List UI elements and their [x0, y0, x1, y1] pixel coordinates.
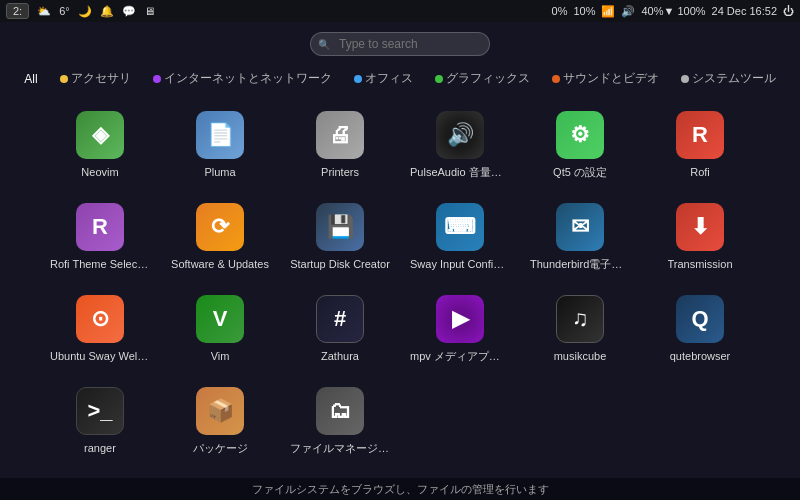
- app-item-transmission[interactable]: ⬇Transmission: [640, 195, 760, 283]
- app-item-musikcube[interactable]: ♫musikcube: [520, 287, 640, 375]
- startup-disk-icon: 💾: [316, 203, 364, 251]
- volume-icon: 🔊: [621, 5, 635, 18]
- app-item-thunderbird[interactable]: ✉Thunderbird電子メールク…: [520, 195, 640, 283]
- ranger-icon: >_: [76, 387, 124, 435]
- software-label: Software & Updates: [171, 257, 269, 271]
- power-icon: ⏻: [783, 5, 794, 17]
- zathura-icon: #: [316, 295, 364, 343]
- cat-system-dot: [681, 75, 689, 83]
- filemanager-label: ファイルマネージャ PCManFM…: [290, 441, 390, 455]
- app-item-neovim[interactable]: ◈Neovim: [40, 103, 160, 191]
- mpv-label: mpv メディアプレイヤー…: [410, 349, 510, 363]
- sway-input-icon: ⌨: [436, 203, 484, 251]
- thunderbird-icon: ✉: [556, 203, 604, 251]
- pulseaudio-label: PulseAudio 音量調節…: [410, 165, 510, 179]
- disk-usage: 10%: [573, 5, 595, 17]
- app-item-qt5[interactable]: ⚙Qt5 の設定: [520, 103, 640, 191]
- cat-graphics[interactable]: グラフィックス: [431, 68, 534, 89]
- qutebrowser-icon: Q: [676, 295, 724, 343]
- cat-multimedia[interactable]: サウンドとビデオ: [548, 68, 663, 89]
- cat-internet[interactable]: インターネットとネットワーク: [149, 68, 336, 89]
- app-item-printers[interactable]: 🖨Printers: [280, 103, 400, 191]
- neovim-icon: ◈: [76, 111, 124, 159]
- qt5-label: Qt5 の設定: [553, 165, 607, 179]
- app-item-startup-disk[interactable]: 💾Startup Disk Creator: [280, 195, 400, 283]
- mpv-icon: ▶: [436, 295, 484, 343]
- rofi-theme-icon: R: [76, 203, 124, 251]
- app-item-qutebrowser[interactable]: Qqutebrowser: [640, 287, 760, 375]
- qutebrowser-label: qutebrowser: [670, 349, 731, 363]
- neovim-label: Neovim: [81, 165, 118, 179]
- rofi-label: Rofi: [690, 165, 710, 179]
- transmission-icon: ⬇: [676, 203, 724, 251]
- pluma-icon: 📄: [196, 111, 244, 159]
- ubuntu-icon: ⊙: [76, 295, 124, 343]
- cat-office-dot: [354, 75, 362, 83]
- app-item-zathura[interactable]: #Zathura: [280, 287, 400, 375]
- workspace-badge[interactable]: 2:: [6, 3, 29, 19]
- printers-icon: 🖨: [316, 111, 364, 159]
- app-item-ranger[interactable]: >_ranger: [40, 379, 160, 467]
- statusbar-text: ファイルシステムをブラウズし、ファイルの管理を行います: [252, 482, 549, 497]
- cat-system[interactable]: システムツール: [677, 68, 780, 89]
- cat-accessories-dot: [60, 75, 68, 83]
- qt5-icon: ⚙: [556, 111, 604, 159]
- cat-all[interactable]: All: [20, 70, 41, 88]
- rofi-theme-label: Rofi Theme Selector: [50, 257, 150, 271]
- zathura-label: Zathura: [321, 349, 359, 363]
- apps-grid: ◈Neovim📄Pluma🖨Printers🔊PulseAudio 音量調節…⚙…: [40, 103, 760, 500]
- notification-icon: 🔔: [100, 5, 114, 18]
- weather-temp: 6°: [59, 5, 70, 17]
- topbar: 2: ⛅ 6° 🌙 🔔 💬 🖥 0% 10% 📶 🔊 40%▼ 100% 24 …: [0, 0, 800, 22]
- package-icon: 📦: [196, 387, 244, 435]
- cat-office[interactable]: オフィス: [350, 68, 417, 89]
- cat-graphics-dot: [435, 75, 443, 83]
- cpu-usage: 0%: [552, 5, 568, 17]
- app-item-rofi-theme[interactable]: RRofi Theme Selector: [40, 195, 160, 283]
- cat-accessories[interactable]: アクセサリ: [56, 68, 135, 89]
- category-tabs: All アクセサリ インターネットとネットワーク オフィス グラフィックス サウ…: [20, 68, 779, 89]
- chat-icon: 💬: [122, 5, 136, 18]
- filemanager-icon: 🗂: [316, 387, 364, 435]
- search-bar: [310, 32, 490, 56]
- app-item-sway-input[interactable]: ⌨Sway Input Config…: [400, 195, 520, 283]
- startup-disk-label: Startup Disk Creator: [290, 257, 390, 271]
- weather-icon: ⛅: [37, 5, 51, 18]
- monitor-icon: 🖥: [144, 5, 155, 17]
- sway-input-label: Sway Input Config…: [410, 257, 510, 271]
- app-item-pulseaudio[interactable]: 🔊PulseAudio 音量調節…: [400, 103, 520, 191]
- software-icon: ⟳: [196, 203, 244, 251]
- cat-multimedia-dot: [552, 75, 560, 83]
- pluma-label: Pluma: [204, 165, 235, 179]
- search-input[interactable]: [310, 32, 490, 56]
- ranger-label: ranger: [84, 441, 116, 455]
- app-item-package[interactable]: 📦パッケージ: [160, 379, 280, 467]
- app-item-mpv[interactable]: ▶mpv メディアプレイヤー…: [400, 287, 520, 375]
- package-label: パッケージ: [193, 441, 248, 455]
- transmission-label: Transmission: [668, 257, 733, 271]
- statusbar: ファイルシステムをブラウズし、ファイルの管理を行います: [0, 478, 800, 500]
- app-item-pluma[interactable]: 📄Pluma: [160, 103, 280, 191]
- cat-internet-dot: [153, 75, 161, 83]
- app-item-software[interactable]: ⟳Software & Updates: [160, 195, 280, 283]
- app-item-rofi[interactable]: RRofi: [640, 103, 760, 191]
- musikcube-icon: ♫: [556, 295, 604, 343]
- rofi-icon: R: [676, 111, 724, 159]
- app-item-filemanager[interactable]: 🗂ファイルマネージャ PCManFM…: [280, 379, 400, 467]
- app-item-vim[interactable]: VVim: [160, 287, 280, 375]
- launcher: All アクセサリ インターネットとネットワーク オフィス グラフィックス サウ…: [0, 22, 800, 500]
- app-item-ubuntu[interactable]: ⊙Ubuntu Sway Welcome: [40, 287, 160, 375]
- network-icon: 📶: [601, 5, 615, 18]
- printers-label: Printers: [321, 165, 359, 179]
- vim-label: Vim: [211, 349, 230, 363]
- pulseaudio-icon: 🔊: [436, 111, 484, 159]
- moon-icon: 🌙: [78, 5, 92, 18]
- thunderbird-label: Thunderbird電子メールク…: [530, 257, 630, 271]
- ubuntu-label: Ubuntu Sway Welcome: [50, 349, 150, 363]
- musikcube-label: musikcube: [554, 349, 607, 363]
- battery-info: 40%▼ 100%: [641, 5, 705, 17]
- datetime: 24 Dec 16:52: [712, 5, 777, 17]
- vim-icon: V: [196, 295, 244, 343]
